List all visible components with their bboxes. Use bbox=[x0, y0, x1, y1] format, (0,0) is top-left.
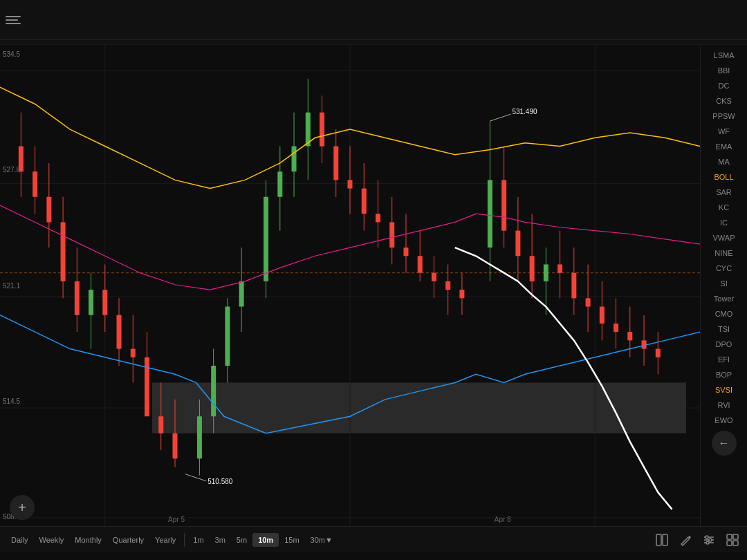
timeframe-5m[interactable]: 5m bbox=[231, 533, 252, 547]
bottom-icons bbox=[653, 531, 741, 549]
timeframe-yearly[interactable]: Yearly bbox=[149, 533, 181, 547]
sidebar-item-bbi[interactable]: BBI bbox=[701, 63, 747, 78]
main-area: 534.5 527.8 521.1 514.5 508.0 Apr 5 Apr … bbox=[0, 45, 747, 526]
timeframe-1m[interactable]: 1m bbox=[187, 533, 209, 547]
sidebar-item-sar[interactable]: SAR bbox=[701, 185, 747, 200]
sidebar-item-nine[interactable]: NINE bbox=[701, 245, 747, 261]
header bbox=[0, 0, 747, 40]
panel-icon[interactable] bbox=[653, 531, 671, 549]
timeframe-10m[interactable]: 10m bbox=[252, 533, 279, 547]
sidebar-item-boll[interactable]: BOLL bbox=[701, 169, 747, 185]
sidebar-item-si[interactable]: SI bbox=[701, 276, 747, 291]
timeframe-quarterly[interactable]: Quarterly bbox=[107, 533, 149, 547]
stat-group-high-low bbox=[55, 19, 59, 21]
sidebar-item-rvi[interactable]: RVI bbox=[701, 398, 747, 413]
sidebar-item-bop[interactable]: BOP bbox=[701, 367, 747, 382]
timeframe-daily[interactable]: Daily bbox=[6, 533, 33, 547]
bottom-bar: Daily Weekly Monthly Quarterly Yearly 1m… bbox=[0, 526, 747, 552]
sidebar-item-dc[interactable]: DC bbox=[701, 78, 747, 93]
sidebar-item-vwap[interactable]: VWAP bbox=[701, 230, 747, 245]
svg-rect-1 bbox=[663, 534, 667, 545]
timeframe-30m[interactable]: 30m▼ bbox=[305, 533, 338, 547]
boll-indicator-bar bbox=[0, 40, 747, 45]
timeframe-3m[interactable]: 3m bbox=[210, 533, 231, 547]
timeframe-monthly[interactable]: Monthly bbox=[69, 533, 107, 547]
svg-point-6 bbox=[709, 539, 712, 541]
separator bbox=[184, 533, 185, 547]
ticker-change bbox=[37, 17, 39, 24]
svg-rect-9 bbox=[733, 534, 738, 539]
sidebar-item-cmo[interactable]: CMO bbox=[701, 306, 747, 321]
sidebar-item-ewo[interactable]: EWO bbox=[701, 413, 747, 428]
sidebar-item-ma[interactable]: MA bbox=[701, 154, 747, 169]
add-indicator-button[interactable]: + bbox=[10, 495, 35, 520]
sidebar-item-cks[interactable]: CKS bbox=[701, 93, 747, 109]
back-button[interactable]: ← bbox=[712, 431, 737, 456]
sidebar-item-ppsw[interactable]: PPSW bbox=[701, 109, 747, 124]
settings-icon[interactable] bbox=[700, 531, 718, 549]
right-sidebar: LSMABBIDCCKSPPSWWFEMAMABOLLSARKCICVWAPNI… bbox=[700, 45, 747, 526]
stat-group-open-prev bbox=[73, 19, 77, 21]
chart-area[interactable]: 534.5 527.8 521.1 514.5 508.0 Apr 5 Apr … bbox=[0, 45, 700, 526]
svg-point-7 bbox=[706, 541, 709, 544]
chart-canvas bbox=[0, 45, 700, 526]
sidebar-item-ic[interactable]: IC bbox=[701, 215, 747, 230]
sidebar-item-kc[interactable]: KC bbox=[701, 200, 747, 215]
sidebar-item-tower[interactable]: Tower bbox=[701, 291, 747, 306]
sidebar-item-tsi[interactable]: TSI bbox=[701, 321, 747, 337]
svg-rect-10 bbox=[727, 541, 732, 545]
sidebar-item-svsi[interactable]: SVSI bbox=[701, 382, 747, 398]
svg-point-5 bbox=[706, 536, 708, 539]
svg-rect-0 bbox=[656, 534, 661, 545]
sidebar-item-ema[interactable]: EMA bbox=[701, 139, 747, 154]
grid-icon[interactable] bbox=[723, 531, 741, 549]
stat-group-volume bbox=[91, 19, 95, 21]
timeframe-15m[interactable]: 15m bbox=[279, 533, 304, 547]
sidebar-item-dpo[interactable]: DPO bbox=[701, 337, 747, 352]
sidebar-item-wf[interactable]: WF bbox=[701, 124, 747, 139]
svg-rect-11 bbox=[733, 541, 738, 545]
timeframe-weekly[interactable]: Weekly bbox=[33, 533, 69, 547]
sidebar-item-cyc[interactable]: CYC bbox=[701, 261, 747, 276]
sidebar-item-efi[interactable]: EFI bbox=[701, 352, 747, 367]
sidebar-item-lsma[interactable]: LSMA bbox=[701, 48, 747, 63]
draw-icon[interactable] bbox=[676, 531, 694, 549]
ticker-block bbox=[33, 15, 42, 24]
menu-button[interactable] bbox=[6, 10, 25, 30]
svg-rect-8 bbox=[727, 534, 732, 539]
